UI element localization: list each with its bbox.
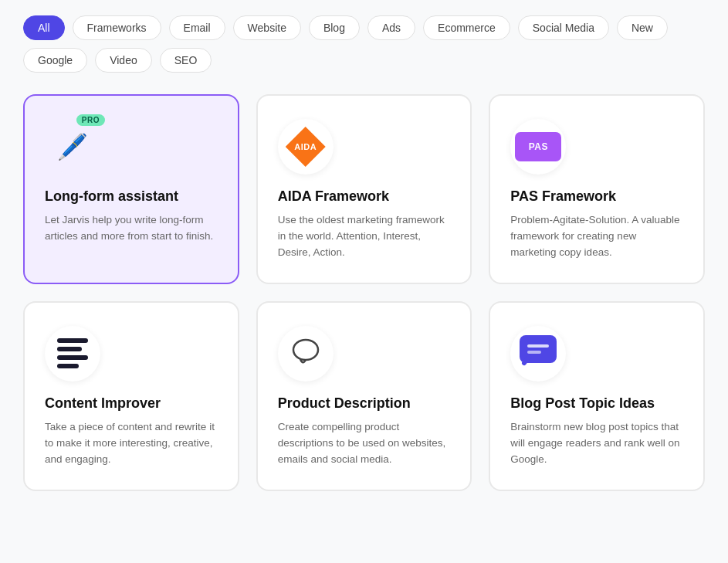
filter-tag-video[interactable]: Video	[95, 48, 152, 73]
pro-badge: PRO	[76, 114, 105, 126]
filter-bar: AllFrameworksEmailWebsiteBlogAdsEcommerc…	[23, 15, 705, 73]
aida-diamond-icon: AIDA	[286, 127, 326, 167]
card-icon-pas: PAS	[510, 119, 566, 175]
chat-icon	[518, 334, 558, 374]
bubble-icon	[290, 336, 322, 371]
filter-tag-google[interactable]: Google	[23, 48, 87, 73]
filter-tag-ads[interactable]: Ads	[367, 15, 415, 40]
card-content-improver[interactable]: Content ImproverTake a piece of content …	[23, 301, 239, 491]
card-title-pas: PAS Framework	[510, 188, 683, 205]
filter-tag-ecommerce[interactable]: Ecommerce	[423, 15, 510, 40]
card-title-product-desc: Product Description	[278, 395, 451, 412]
card-desc-blog-topics: Brainstorm new blog post topics that wil…	[510, 419, 683, 468]
svg-rect-2	[527, 344, 549, 348]
longform-icon: 🖊️	[57, 132, 88, 161]
svg-point-0	[293, 340, 318, 360]
card-title-content-improver: Content Improver	[45, 395, 218, 412]
card-icon-blog-topics	[510, 326, 566, 382]
card-icon-product-desc	[278, 326, 334, 382]
card-pas[interactable]: PASPAS FrameworkProblem-Agitate-Solution…	[489, 94, 705, 284]
svg-rect-3	[527, 351, 541, 354]
filter-tag-frameworks[interactable]: Frameworks	[73, 15, 161, 40]
card-desc-pas: Problem-Agitate-Solution. A valuable fra…	[510, 212, 683, 261]
cards-grid: PRO🖊️Long-form assistantLet Jarvis help …	[23, 94, 705, 491]
card-title-longform: Long-form assistant	[45, 188, 218, 205]
card-aida[interactable]: AIDAAIDA FrameworkUse the oldest marketi…	[256, 94, 472, 284]
card-longform[interactable]: PRO🖊️Long-form assistantLet Jarvis help …	[23, 94, 239, 284]
filter-tag-seo[interactable]: SEO	[160, 48, 212, 73]
filter-tag-website[interactable]: Website	[233, 15, 301, 40]
lines-icon	[57, 338, 88, 368]
filter-tag-social-media[interactable]: Social Media	[518, 15, 609, 40]
card-desc-product-desc: Create compelling product descriptions t…	[278, 419, 451, 468]
card-desc-content-improver: Take a piece of content and rewrite it t…	[45, 419, 218, 468]
card-desc-aida: Use the oldest marketing framework in th…	[278, 212, 451, 261]
card-desc-longform: Let Jarvis help you write long-form arti…	[45, 212, 218, 245]
filter-tag-email[interactable]: Email	[169, 15, 225, 40]
card-blog-topics[interactable]: Blog Post Topic IdeasBrainstorm new blog…	[489, 301, 705, 491]
filter-tag-all[interactable]: All	[23, 15, 65, 40]
filter-tag-new[interactable]: New	[617, 15, 668, 40]
card-icon-aida: AIDA	[278, 119, 334, 175]
card-product-desc[interactable]: Product DescriptionCreate compelling pro…	[256, 301, 472, 491]
card-title-aida: AIDA Framework	[278, 188, 451, 205]
card-title-blog-topics: Blog Post Topic Ideas	[510, 395, 683, 412]
card-icon-content-improver	[45, 326, 100, 382]
filter-tag-blog[interactable]: Blog	[309, 15, 360, 40]
pas-icon: PAS	[515, 132, 561, 161]
card-icon-longform: PRO🖊️	[45, 119, 100, 175]
